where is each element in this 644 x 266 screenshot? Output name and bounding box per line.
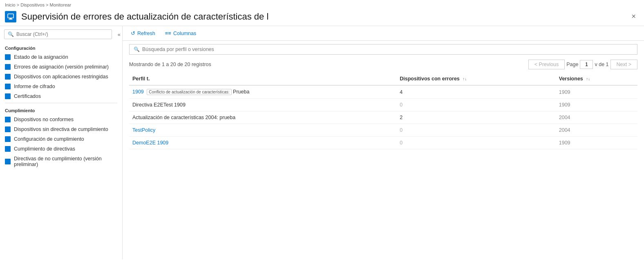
- table-row: Actualización de características 2004: p…: [129, 111, 637, 124]
- col-devices-label: Dispositivos con errores: [400, 76, 460, 82]
- cell-versions: 1909: [556, 85, 637, 99]
- col-profile-label: Perfil t.: [132, 76, 150, 82]
- devices-count: 0: [400, 127, 402, 133]
- table-container: Perfil t. Dispositivos con errores ↑↓ Ve…: [123, 73, 644, 259]
- data-table: Perfil t. Dispositivos con errores ↑↓ Ve…: [129, 73, 637, 149]
- nav-icon: [5, 159, 11, 164]
- devices-count: 0: [400, 102, 402, 108]
- cell-versions: 2004: [556, 124, 637, 137]
- cell-versions: 1909: [556, 99, 637, 111]
- col-versions[interactable]: Versiones ↑↓: [556, 73, 637, 85]
- profile-text: Directiva E2ETest 1909: [132, 102, 186, 108]
- svg-rect-1: [9, 18, 12, 19]
- sidebar-item-label: Cumplimiento de directivas: [14, 146, 75, 152]
- results-bar: Mostrando de 1 a 20 de 20 registros < Pr…: [123, 58, 644, 73]
- search-icon: 🔍: [8, 31, 14, 37]
- page-header: Supervisión de errores de actualización …: [0, 8, 644, 26]
- results-count: Mostrando de 1 a 20 de 20 registros: [129, 62, 211, 67]
- page-label: Page: [566, 62, 578, 67]
- cell-devices: 0: [396, 99, 556, 111]
- cell-profile: Directiva E2ETest 1909: [129, 99, 396, 111]
- breadcrumb-dispositivos[interactable]: Dispositivos >: [20, 2, 48, 7]
- cell-versions: 2004: [556, 111, 637, 124]
- cell-profile: 1909 Conflicto de actualización de carac…: [129, 85, 396, 99]
- profile-text: Actualización de características 2004: p…: [132, 115, 235, 120]
- versions-value: 1909: [559, 89, 570, 95]
- cell-profile: TestPolicy: [129, 124, 396, 137]
- nav-icon: [5, 136, 11, 142]
- sidebar-item-label: Configuración de cumplimiento: [14, 136, 84, 142]
- cell-devices: 2: [396, 111, 556, 124]
- nav-icon: [5, 93, 11, 99]
- cell-profile: DemoE2E 1909: [129, 137, 396, 149]
- sidebar-item-errores-asignacion[interactable]: Errores de asignación (versión prelimina…: [0, 62, 122, 72]
- table-header-row: Perfil t. Dispositivos con errores ↑↓ Ve…: [129, 73, 637, 85]
- columns-icon: ≡≡: [165, 30, 171, 36]
- refresh-button[interactable]: ↺ Refresh: [129, 29, 157, 37]
- col-devices-sort-icon: ↑↓: [463, 77, 467, 81]
- sidebar-item-label: Estado de la asignación: [14, 54, 68, 60]
- section-cumplimiento: Cumplimiento: [0, 105, 122, 115]
- columns-label: Columnas: [173, 31, 196, 36]
- sidebar-collapse-button[interactable]: «: [116, 31, 122, 38]
- cell-devices: 4: [396, 85, 556, 99]
- profile-badge: Conflicto de actualización de caracterís…: [147, 89, 231, 95]
- cell-devices: 0: [396, 124, 556, 137]
- sidebar-item-dispositivos-sin-directiva[interactable]: Dispositivos sin directiva de cumplimien…: [0, 124, 122, 134]
- sidebar-item-estado-asignacion[interactable]: Estado de la asignación: [0, 52, 122, 62]
- section-configuracion: Configuración: [0, 42, 122, 52]
- versions-value: 1909: [559, 102, 570, 108]
- sidebar-item-dispositivos-no-conformes[interactable]: Dispositivos no conformes: [0, 115, 122, 124]
- devices-count: 4: [400, 89, 402, 95]
- content-search-icon: 🔍: [134, 47, 140, 52]
- breadcrumb-monitorear: Monitorear: [49, 2, 71, 7]
- content-area: ↺ Refresh ≡≡ Columnas 🔍 Mostrando de 1 a…: [123, 26, 644, 259]
- sidebar-search-input[interactable]: [16, 31, 108, 37]
- nav-icon: [5, 74, 11, 80]
- close-button[interactable]: ×: [628, 11, 639, 22]
- profile-link[interactable]: DemoE2E 1909: [132, 140, 168, 146]
- table-row: 1909 Conflicto de actualización de carac…: [129, 85, 637, 99]
- sidebar-divider: [5, 103, 117, 103]
- page-input[interactable]: [580, 60, 593, 69]
- profile-link[interactable]: TestPolicy: [132, 127, 155, 133]
- sidebar-item-dispositivos-aplicaciones[interactable]: Dispositivos con aplicaciones restringid…: [0, 72, 122, 82]
- nav-icon: [5, 126, 11, 132]
- sidebar-item-configuracion-cumplimiento[interactable]: Configuración de cumplimiento: [0, 134, 122, 144]
- versions-value: 1909: [559, 140, 570, 146]
- col-versions-label: Versiones: [559, 76, 583, 82]
- cell-devices: 0: [396, 137, 556, 149]
- columns-button[interactable]: ≡≡ Columnas: [163, 29, 198, 37]
- page-icon: [5, 11, 16, 22]
- sidebar-item-label: Certificados: [14, 93, 41, 99]
- sidebar-item-certificados[interactable]: Certificados: [0, 91, 122, 101]
- page-total: v de 1: [595, 62, 608, 67]
- nav-icon: [5, 54, 11, 60]
- versions-value: 2004: [559, 115, 570, 120]
- sidebar-item-label: Dispositivos con aplicaciones restringid…: [14, 74, 108, 80]
- sidebar-item-label: Errores de asignación (versión prelimina…: [14, 64, 109, 70]
- refresh-icon: ↺: [131, 30, 135, 36]
- col-versions-sort-icon: ↑↓: [586, 77, 590, 81]
- table-row: TestPolicy 0 2004: [129, 124, 637, 137]
- svg-rect-2: [9, 19, 13, 20]
- breadcrumb-inicio[interactable]: Inicio >: [5, 2, 19, 7]
- table-row: DemoE2E 1909 0 1909: [129, 137, 637, 149]
- sidebar-item-informe-cifrado[interactable]: Informe de cifrado: [0, 82, 122, 91]
- sidebar-item-directivas-no-cumplimiento[interactable]: Directivas de no cumplimiento (versión p…: [0, 154, 122, 169]
- sidebar: 🔍 « Configuración Estado de la asignació…: [0, 26, 123, 259]
- content-search-container: 🔍: [129, 44, 637, 55]
- col-profile: Perfil t.: [129, 73, 396, 85]
- breadcrumb: Inicio > Dispositivos > Monitorear: [0, 0, 644, 8]
- sidebar-item-cumplimiento-directivas[interactable]: Cumplimiento de directivas: [0, 144, 122, 154]
- content-search-input[interactable]: [142, 47, 633, 52]
- col-devices[interactable]: Dispositivos con errores ↑↓: [396, 73, 556, 85]
- sidebar-item-label: Dispositivos sin directiva de cumplimien…: [14, 126, 108, 132]
- previous-button[interactable]: < Previous: [528, 60, 565, 69]
- sidebar-item-label: Dispositivos no conformes: [14, 117, 74, 122]
- toolbar: ↺ Refresh ≡≡ Columnas: [123, 26, 644, 41]
- svg-rect-0: [8, 14, 13, 18]
- cell-profile: Actualización de características 2004: p…: [129, 111, 396, 124]
- profile-link[interactable]: 1909: [132, 89, 144, 95]
- next-button[interactable]: Next >: [610, 60, 637, 69]
